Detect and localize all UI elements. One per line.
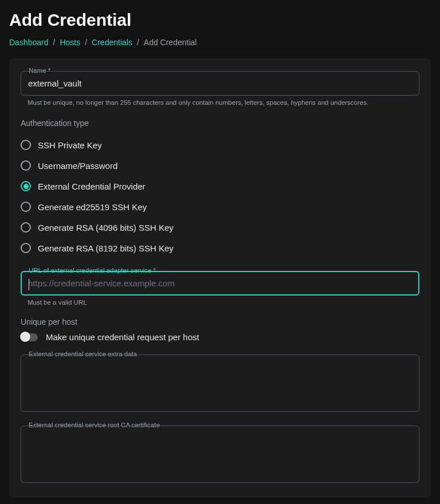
radio-icon [21, 160, 31, 171]
radio-external-credential-provider[interactable]: External Credential Provider [21, 176, 419, 196]
radio-icon [21, 202, 31, 212]
extra-data-textarea[interactable] [28, 362, 412, 401]
name-input[interactable] [28, 78, 412, 88]
breadcrumb-dashboard[interactable]: Dashboard [9, 38, 49, 47]
breadcrumb-separator: / [85, 38, 87, 47]
breadcrumb-separator: / [53, 38, 56, 47]
url-field: URL of external credential adapter servi… [21, 271, 419, 296]
root-ca-field: External credential service root CA cert… [21, 426, 419, 483]
breadcrumb: Dashboard / Hosts / Credentials / Add Cr… [9, 38, 431, 47]
page-title: Add Credential [9, 10, 431, 30]
radio-generate-ed25519[interactable]: Generate ed25519 SSH Key [21, 196, 419, 217]
unique-per-host-label: Unique per host [21, 317, 419, 326]
radio-username-password[interactable]: Username/Password [21, 155, 419, 176]
radio-label: SSH Private Key [38, 140, 102, 150]
breadcrumb-credentials[interactable]: Credentials [92, 38, 132, 47]
radio-label: Generate RSA (8192 bits) SSH Key [38, 243, 174, 253]
radio-generate-rsa-4096[interactable]: Generate RSA (4096 bits) SSH Key [21, 217, 419, 238]
breadcrumb-separator: / [137, 38, 139, 47]
radio-ssh-private-key[interactable]: SSH Private Key [21, 135, 419, 155]
auth-type-group: SSH Private Key Username/Password Extern… [21, 135, 419, 258]
radio-label: Generate ed25519 SSH Key [38, 202, 147, 212]
text-caret [29, 279, 29, 290]
radio-icon [21, 140, 31, 150]
breadcrumb-hosts[interactable]: Hosts [60, 38, 80, 47]
radio-icon [21, 222, 31, 233]
radio-icon-selected [21, 181, 31, 191]
radio-label: Generate RSA (4096 bits) SSH Key [38, 223, 174, 233]
radio-generate-rsa-8192[interactable]: Generate RSA (8192 bits) SSH Key [21, 238, 419, 258]
unique-per-host-toggle-label: Make unique credential request per host [46, 332, 199, 342]
breadcrumb-current: Add Credential [144, 38, 197, 47]
auth-type-label: Authentication type [21, 119, 419, 128]
radio-label: External Credential Provider [38, 182, 146, 191]
radio-label: Username/Password [38, 161, 117, 171]
root-ca-textarea[interactable] [28, 433, 412, 472]
unique-per-host-toggle[interactable] [21, 333, 38, 341]
toggle-knob [20, 332, 30, 342]
unique-per-host-row: Make unique credential request per host [21, 332, 419, 342]
extra-data-field: External credential service extra data [21, 355, 419, 412]
url-input[interactable] [28, 278, 412, 288]
url-helper: Must be a valid URL [28, 299, 419, 306]
name-field: Name * [21, 71, 419, 96]
radio-icon [21, 243, 31, 253]
form-card: Name * Must be unique, no longer than 25… [9, 58, 431, 498]
name-helper: Must be unique, no longer than 255 chara… [28, 99, 419, 106]
